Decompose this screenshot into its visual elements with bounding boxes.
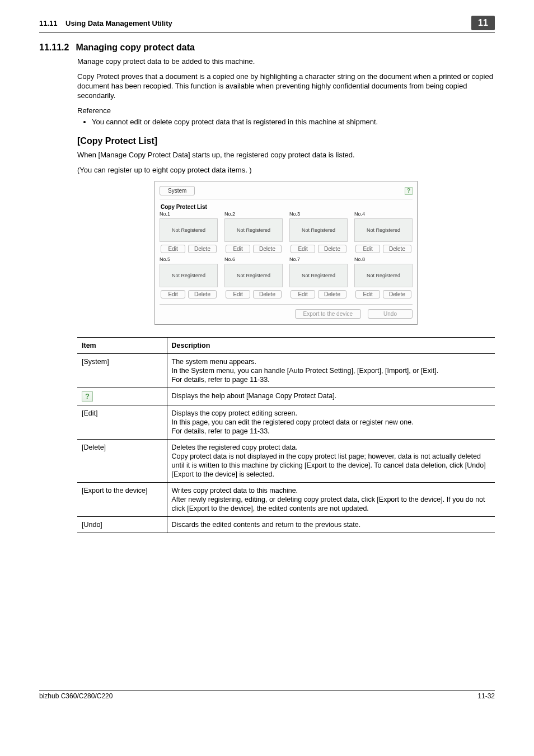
chapter-badge: 11 — [471, 16, 495, 30]
edit-button[interactable]: Edit — [161, 290, 185, 298]
header-section-num: 11.11 — [39, 19, 58, 27]
slot-label: No.6 — [224, 256, 283, 262]
slot-label: No.5 — [160, 256, 218, 262]
table-cell-description: Deletes the registered copy protect data… — [167, 440, 495, 483]
slot-label: No.2 — [224, 211, 283, 217]
slot-status-box: Not Registered — [224, 264, 283, 287]
edit-button[interactable]: Edit — [161, 245, 185, 253]
footer-page-number: 11-32 — [477, 692, 495, 700]
export-to-device-button[interactable]: Export to the device — [295, 309, 361, 319]
copy-protect-slot: No.1Not RegisteredEditDelete — [160, 211, 218, 253]
edit-button[interactable]: Edit — [291, 245, 315, 253]
edit-button[interactable]: Edit — [226, 290, 250, 298]
chapter-badge-number: 11 — [478, 18, 488, 28]
table-cell-item: ? — [77, 388, 167, 405]
table-row: [Export to the device]Writes copy protec… — [77, 483, 495, 517]
slot-status-box: Not Registered — [160, 218, 218, 242]
section-number: 11.11.2 — [39, 43, 69, 53]
table-cell-item: [Export to the device] — [77, 483, 167, 517]
slot-label: No.8 — [354, 256, 413, 262]
delete-button[interactable]: Delete — [188, 290, 217, 298]
footer-rule — [39, 690, 495, 690]
copy-protect-list-para-1: When [Manage Copy Protect Data] starts u… — [77, 151, 495, 160]
copy-protect-slot: No.2Not RegisteredEditDelete — [224, 211, 283, 253]
table-row: [Delete]Deletes the registered copy prot… — [77, 440, 495, 483]
slot-status-box: Not Registered — [354, 218, 413, 242]
help-icon[interactable]: ? — [405, 187, 413, 195]
app-screenshot: System ? Copy Protect List No.1Not Regis… — [154, 181, 418, 325]
table-cell-item: [Delete] — [77, 440, 167, 483]
delete-button[interactable]: Delete — [253, 290, 282, 298]
copy-protect-list-para-2: (You can register up to eight copy prote… — [77, 166, 495, 175]
slot-label: No.7 — [289, 256, 348, 262]
header-section: 11.11 Using Data Management Utility — [39, 19, 172, 27]
slot-label: No.4 — [354, 211, 413, 217]
slot-status-box: Not Registered — [160, 264, 218, 287]
description-table: Item Description [System]The system menu… — [77, 337, 495, 533]
delete-button[interactable]: Delete — [253, 245, 282, 253]
table-cell-description: Discards the edited contents and return … — [167, 517, 495, 533]
delete-button[interactable]: Delete — [383, 245, 411, 253]
table-cell-description: The system menu appears.In the System me… — [167, 354, 495, 388]
table-cell-description: Displays the help about [Manage Copy Pro… — [167, 388, 495, 405]
copy-protect-slot: No.4Not RegisteredEditDelete — [354, 211, 413, 253]
copy-protect-slot: No.5Not RegisteredEditDelete — [160, 256, 218, 298]
footer-model: bizhub C360/C280/C220 — [39, 692, 113, 700]
slot-status-box: Not Registered — [289, 264, 348, 287]
table-row: ?Displays the help about [Manage Copy Pr… — [77, 388, 495, 405]
page-footer: bizhub C360/C280/C220 11-32 — [39, 690, 495, 700]
header-section-label: Using Data Management Utility — [65, 19, 172, 27]
table-row: [Undo]Discards the edited contents and r… — [77, 517, 495, 533]
table-header-description: Description — [167, 338, 495, 354]
table-row: [System]The system menu appears.In the S… — [77, 354, 495, 388]
copy-protect-slot: No.3Not RegisteredEditDelete — [289, 211, 348, 253]
delete-button[interactable]: Delete — [318, 245, 346, 253]
edit-button[interactable]: Edit — [355, 290, 380, 298]
copy-protect-list-title: Copy Protect List — [161, 204, 413, 210]
table-cell-item: [System] — [77, 354, 167, 388]
slot-status-box: Not Registered — [354, 264, 413, 287]
system-button[interactable]: System — [160, 186, 195, 195]
help-icon: ? — [82, 391, 93, 402]
delete-button[interactable]: Delete — [383, 290, 411, 298]
section-title: Managing copy protect data — [76, 43, 194, 53]
table-row: [Edit]Displays the copy protect editing … — [77, 405, 495, 440]
table-cell-description: Writes copy protect data to this machine… — [167, 483, 495, 517]
intro-para-2: Copy Protect proves that a document is a… — [77, 72, 495, 101]
reference-bullet: You cannot edit or delete copy protect d… — [92, 118, 495, 126]
table-header-item: Item — [77, 338, 167, 354]
table-cell-item: [Undo] — [77, 517, 167, 533]
table-cell-description: Displays the copy protect editing screen… — [167, 405, 495, 440]
header-rule — [39, 32, 495, 32]
copy-protect-slot: No.6Not RegisteredEditDelete — [224, 256, 283, 298]
copy-protect-list-heading: [Copy Protect List] — [77, 136, 495, 146]
copy-protect-slot: No.8Not RegisteredEditDelete — [354, 256, 413, 298]
slot-label: No.3 — [289, 211, 348, 217]
slot-status-box: Not Registered — [289, 218, 348, 242]
delete-button[interactable]: Delete — [188, 245, 217, 253]
edit-button[interactable]: Edit — [355, 245, 380, 253]
slot-label: No.1 — [160, 211, 218, 217]
copy-protect-slot: No.7Not RegisteredEditDelete — [289, 256, 348, 298]
delete-button[interactable]: Delete — [318, 290, 346, 298]
reference-label: Reference — [77, 106, 495, 116]
edit-button[interactable]: Edit — [291, 290, 315, 298]
slot-status-box: Not Registered — [224, 218, 283, 242]
undo-button[interactable]: Undo — [368, 309, 413, 319]
table-cell-item: [Edit] — [77, 405, 167, 440]
intro-para-1: Manage copy protect data to be added to … — [77, 57, 495, 67]
edit-button[interactable]: Edit — [226, 245, 250, 253]
